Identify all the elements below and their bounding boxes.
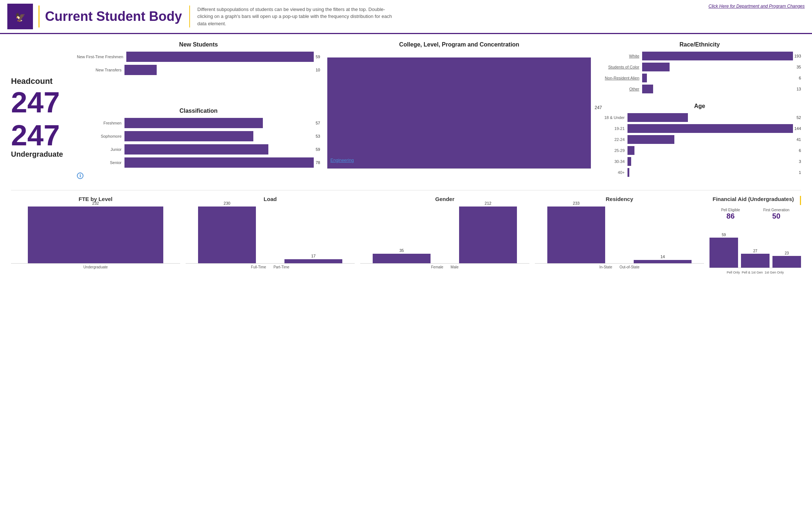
fin-label-1st-gen-only: 1st Gen Only [765,271,784,274]
age-bar-3034[interactable]: 30-34 3 [598,157,801,166]
age-panel: Age 18 & Under 52 19-21 144 [598,103,801,179]
race-label-non-resident: Non-Resident Alien [598,76,642,80]
gender-bar-female[interactable]: 35 [360,248,443,263]
age-value-40plus: 1 [799,170,801,175]
gender-label-male: Male [451,265,459,269]
fin-bar-fill-pell-only [709,238,738,268]
new-students-value-transfers: 10 [316,65,320,75]
classification-bar-container-freshmen [124,118,314,128]
race-bar-white[interactable]: White 193 [598,52,801,60]
college-bar-value: 247 [595,105,602,110]
fte-chart: 232 [11,205,180,264]
fin-bar-fill-1st-gen-only [772,256,801,268]
fte-bar-undergrad[interactable]: 232 [11,201,180,263]
race-bar-fill-non-resident [642,74,647,82]
race-label-other: Other [598,87,642,91]
university-logo-icon: 🦅 [11,7,29,26]
age-bar-wrap-18under [627,113,795,122]
gender-value-male: 212 [485,201,491,205]
new-students-chart: New First-Time Freshmen 59 New Transfers [77,52,320,75]
header: 🦅 Current Student Body Different subpopu… [0,0,812,34]
age-bar-wrap-1921 [627,124,793,133]
gender-bar-fill-male [459,207,517,263]
classification-bar-senior[interactable]: Senior 78 [77,157,320,168]
fin-label-pell-1st-gen: Pell & 1st Gen [742,271,763,274]
race-label-students-of-color: Students of Color [598,65,642,69]
classification-label-sophomore: Sophomore [77,134,124,138]
age-bar-40plus[interactable]: 40+ 1 [598,168,801,177]
age-bar-1921[interactable]: 19-21 144 [598,124,801,133]
race-bar-non-resident[interactable]: Non-Resident Alien 6 [598,74,801,82]
financial-aid-panel: Financial Aid (Undergraduates) Pell Elig… [709,196,801,274]
load-bar-fill-fulltime [198,207,256,263]
race-ethnicity-title: Race/Ethnicity [598,41,801,48]
race-bar-students-of-color[interactable]: Students of Color 35 [598,63,801,71]
gender-bar-male[interactable]: 212 [447,201,529,263]
load-value-fulltime: 230 [224,201,230,205]
financial-firstgen-label: First Generation [763,208,790,212]
race-bar-fill-students-of-color [642,63,670,71]
age-bar-fill-3034 [627,157,631,166]
race-bar-other[interactable]: Other 13 [598,85,801,93]
age-bar-2529[interactable]: 25-29 6 [598,146,801,155]
load-chart: 230 17 [186,205,355,264]
fin-bar-1st-gen-only[interactable]: 23 [772,251,801,268]
fin-value-pell-only: 59 [722,233,726,237]
load-bar-fulltime[interactable]: 230 [186,201,268,263]
age-bar-fill-18under [627,113,688,122]
load-label-fulltime: Full-Time [251,265,266,269]
info-icon[interactable]: ℹ [77,171,320,179]
classification-value-junior: 59 [316,144,320,155]
new-students-bar-transfers[interactable]: New Transfers 10 [77,65,320,75]
race-label-white: White [598,54,642,58]
classification-bar-sophomore[interactable]: Sophomore 53 [77,131,320,141]
load-bar-parttime[interactable]: 17 [272,254,355,263]
residency-bar-outofstate[interactable]: 14 [621,254,704,263]
new-students-label-transfers: New Transfers [77,68,124,72]
age-label-18under: 18 & Under [598,115,627,120]
department-program-link[interactable]: Click Here for Department and Program Ch… [708,4,805,9]
race-bar-wrap-students-of-color [642,63,795,71]
age-bar-2224[interactable]: 22-24 41 [598,135,801,144]
gender-bar-fill-female [373,254,431,263]
age-bar-fill-1921 [627,124,793,133]
college-chart[interactable]: Engineering 247 [327,52,591,169]
new-students-panel: New Students New First-Time Freshmen 59 [77,41,320,100]
headcount-label: Headcount [11,77,70,86]
fin-bar-pell-only[interactable]: 59 [709,233,738,268]
classification-bar-freshmen[interactable]: Freshmen 57 [77,118,320,128]
new-students-bar-freshmen[interactable]: New First-Time Freshmen 59 [77,52,320,62]
classification-bar-fill-senior [124,157,314,168]
header-divider-2 [189,5,190,27]
classification-bar-container-senior [124,157,314,168]
age-value-18under: 52 [797,115,801,120]
age-bar-wrap-3034 [627,157,797,166]
age-bar-wrap-40plus [627,168,797,177]
residency-label-instate: In-State [599,265,612,269]
classification-value-sophomore: 53 [316,131,320,141]
classification-bar-junior[interactable]: Junior 59 [77,144,320,155]
race-bar-fill-white [642,52,793,60]
residency-panel: Residency 233 14 In-State Out-of-State [535,196,704,274]
age-bar-fill-2529 [627,146,634,155]
race-bar-fill-other [642,85,653,93]
college-panel: College, Level, Program and Concentratio… [327,41,591,179]
age-label-40plus: 40+ [598,170,627,175]
race-bar-wrap-white [642,52,793,60]
college-title: College, Level, Program and Concentratio… [327,41,591,48]
college-bar-label: Engineering [330,158,354,163]
age-title: Age [598,103,801,109]
race-value-other: 13 [797,87,801,91]
fin-bar-pell-1st-gen[interactable]: 27 [741,249,770,268]
residency-value-outofstate: 14 [660,254,665,259]
age-bar-18under[interactable]: 18 & Under 52 [598,113,801,122]
classification-label-freshmen: Freshmen [77,121,124,125]
residency-bar-instate[interactable]: 233 [535,201,618,263]
financial-aid-summary: Pell Eligible 86 First Generation 50 [709,208,801,220]
classification-bar-container-sophomore [124,131,314,141]
age-label-3034: 30-34 [598,159,627,164]
age-label-1921: 19-21 [598,126,627,131]
top-section: Headcount 247 247 Undergraduate New Stud… [11,41,801,179]
logo: 🦅 [7,4,33,29]
financial-firstgen-value: 50 [763,212,790,220]
